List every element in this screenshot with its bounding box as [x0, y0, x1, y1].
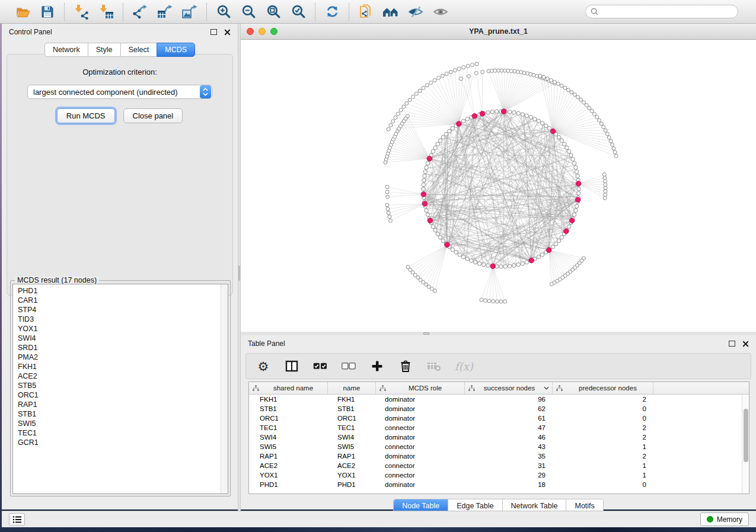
- export-table-button[interactable]: [157, 4, 173, 20]
- close-panel-icon[interactable]: [224, 29, 231, 36]
- mcds-result-item[interactable]: PMA2: [13, 352, 220, 362]
- network-leaf-node[interactable]: [603, 176, 607, 180]
- window-minimize-button[interactable]: [259, 28, 266, 35]
- mcds-node[interactable]: [529, 258, 534, 262]
- network-leaf-node[interactable]: [385, 185, 389, 189]
- network-leaf-node[interactable]: [563, 86, 567, 89]
- network-node[interactable]: [575, 204, 579, 208]
- network-leaf-node[interactable]: [503, 300, 507, 303]
- network-node[interactable]: [575, 170, 579, 174]
- network-leaf-node[interactable]: [607, 136, 611, 139]
- network-node[interactable]: [569, 153, 573, 157]
- network-leaf-node[interactable]: [405, 101, 409, 105]
- mcds-node[interactable]: [490, 264, 495, 268]
- mcds-result-item[interactable]: ACE2: [13, 371, 220, 381]
- import-table-button[interactable]: [98, 4, 114, 20]
- homes-button[interactable]: [382, 4, 399, 20]
- network-leaf-node[interactable]: [484, 299, 487, 302]
- mcds-node[interactable]: [480, 111, 484, 116]
- network-leaf-node[interactable]: [588, 106, 591, 110]
- mcds-result-item[interactable]: SRD1: [13, 343, 220, 352]
- network-leaf-node[interactable]: [604, 129, 607, 132]
- network-node[interactable]: [441, 239, 445, 242]
- column-header-name[interactable]: name: [328, 382, 376, 394]
- network-leaf-node[interactable]: [386, 195, 390, 198]
- mcds-result-item[interactable]: TEC1: [13, 428, 220, 438]
- network-leaf-node[interactable]: [570, 91, 573, 94]
- network-node[interactable]: [425, 209, 428, 212]
- mcds-result-scrollbar[interactable]: [221, 284, 228, 493]
- mcds-node[interactable]: [551, 129, 556, 133]
- network-leaf-node[interactable]: [414, 92, 418, 95]
- network-leaf-node[interactable]: [387, 127, 390, 131]
- export-network-button[interactable]: [132, 4, 148, 20]
- mcds-result-item[interactable]: STB5: [13, 381, 220, 390]
- network-node[interactable]: [544, 124, 548, 127]
- mcds-node[interactable]: [427, 156, 432, 161]
- network-node[interactable]: [436, 142, 439, 146]
- network-leaf-node[interactable]: [549, 79, 553, 82]
- network-leaf-node[interactable]: [593, 113, 596, 116]
- network-leaf-node[interactable]: [388, 215, 391, 219]
- table-row[interactable]: PHD1PHD1dominator180: [249, 480, 742, 489]
- network-leaf-node[interactable]: [553, 80, 556, 84]
- network-leaf-node[interactable]: [495, 300, 499, 303]
- mcds-result-item[interactable]: FKH1: [13, 362, 220, 371]
- network-leaf-node[interactable]: [475, 62, 479, 66]
- network-node[interactable]: [451, 248, 454, 251]
- network-leaf-node[interactable]: [459, 77, 462, 81]
- mcds-node[interactable]: [570, 218, 575, 223]
- mcds-node[interactable]: [472, 114, 477, 118]
- network-node[interactable]: [567, 225, 571, 228]
- mcds-node[interactable]: [422, 201, 427, 206]
- table-row[interactable]: TEC1TEC1connector472: [249, 423, 742, 432]
- save-session-button[interactable]: [39, 4, 56, 20]
- network-node[interactable]: [576, 174, 579, 178]
- network-leaf-node[interactable]: [605, 132, 609, 136]
- open-session-button[interactable]: [14, 4, 31, 20]
- network-leaf-node[interactable]: [599, 122, 603, 126]
- network-node[interactable]: [508, 110, 512, 114]
- network-leaf-node[interactable]: [422, 86, 425, 90]
- mcds-result-item[interactable]: CAR1: [13, 296, 220, 305]
- network-node[interactable]: [567, 149, 571, 153]
- network-node[interactable]: [512, 111, 516, 114]
- network-node[interactable]: [436, 232, 439, 236]
- network-leaf-node[interactable]: [612, 147, 615, 150]
- table-vertical-scrollbar[interactable]: [742, 395, 749, 493]
- network-node[interactable]: [533, 117, 537, 121]
- network-leaf-node[interactable]: [441, 74, 444, 78]
- table-row[interactable]: FKH1FKH1dominator962: [249, 395, 742, 404]
- network-leaf-node[interactable]: [418, 89, 422, 92]
- import-network-button[interactable]: [73, 4, 90, 20]
- network-leaf-node[interactable]: [595, 116, 599, 119]
- network-node[interactable]: [422, 187, 425, 191]
- network-node[interactable]: [486, 264, 490, 267]
- network-leaf-node[interactable]: [567, 88, 570, 92]
- network-node[interactable]: [423, 174, 426, 178]
- deselect-all-button[interactable]: [341, 358, 356, 374]
- network-node[interactable]: [572, 213, 576, 216]
- column-header-predecessor-nodes[interactable]: predecessor nodes: [553, 382, 653, 394]
- network-node[interactable]: [461, 255, 465, 259]
- zoom-selected-button[interactable]: [290, 4, 307, 20]
- network-node[interactable]: [482, 263, 486, 267]
- network-leaf-node[interactable]: [604, 183, 607, 187]
- network-leaf-node[interactable]: [604, 186, 607, 190]
- delete-column-button[interactable]: [398, 358, 413, 374]
- network-leaf-node[interactable]: [471, 63, 474, 67]
- network-leaf-node[interactable]: [449, 70, 452, 73]
- network-node[interactable]: [563, 142, 566, 146]
- network-leaf-node[interactable]: [412, 95, 415, 98]
- global-search-field[interactable]: [585, 5, 738, 18]
- network-leaf-node[interactable]: [425, 84, 429, 87]
- network-leaf-node[interactable]: [402, 105, 406, 108]
- network-canvas[interactable]: [241, 40, 756, 332]
- network-node[interactable]: [478, 262, 481, 265]
- mcds-result-item[interactable]: PHD1: [13, 286, 220, 296]
- network-leaf-node[interactable]: [480, 298, 483, 302]
- tab-network[interactable]: Network: [44, 43, 88, 57]
- network-leaf-node[interactable]: [445, 72, 448, 76]
- network-node[interactable]: [574, 166, 578, 169]
- network-node[interactable]: [490, 110, 494, 114]
